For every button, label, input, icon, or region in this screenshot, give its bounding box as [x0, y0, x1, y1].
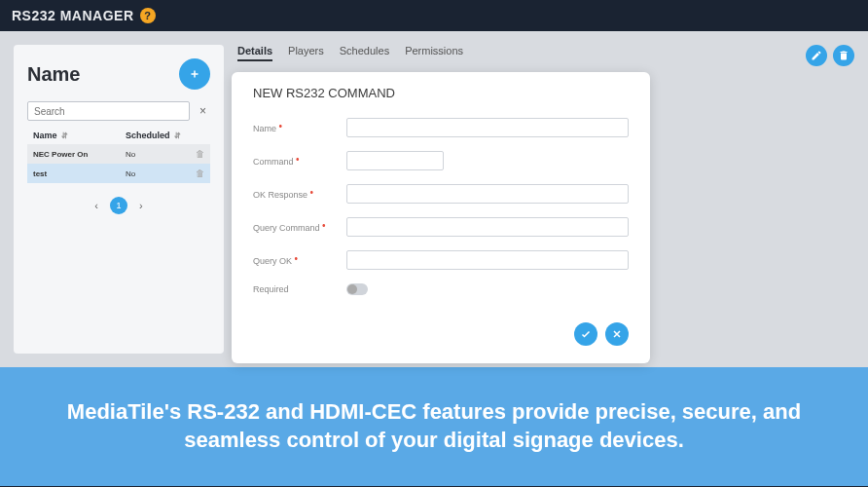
label-required: Required	[253, 284, 346, 294]
column-scheduled-label: Scheduled	[126, 131, 170, 140]
row-scheduled: No	[126, 150, 196, 159]
column-scheduled[interactable]: Scheduled ⇵	[126, 131, 181, 140]
add-button[interactable]	[179, 58, 210, 90]
input-command[interactable]	[346, 151, 444, 170]
new-command-modal: NEW RS232 COMMAND Name • Command • OK Re…	[232, 72, 650, 363]
delete-row-icon[interactable]: 🗑	[196, 149, 204, 159]
tab-permissions[interactable]: Permissions	[405, 45, 463, 61]
sort-icon: ⇵	[174, 131, 181, 140]
row-name: NEC Power On	[33, 150, 126, 159]
list-panel: Name × Name ⇵ Scheduled ⇵ NEC Power On N…	[14, 45, 224, 354]
next-page-icon[interactable]: ›	[135, 200, 147, 211]
page-number[interactable]: 1	[110, 197, 127, 214]
close-icon	[611, 328, 623, 340]
delete-button[interactable]	[833, 45, 854, 66]
form-row-name: Name •	[253, 118, 629, 137]
modal-actions	[253, 322, 629, 346]
delete-row-icon[interactable]: 🗑	[196, 169, 204, 178]
table-row[interactable]: NEC Power On No 🗑	[27, 144, 210, 164]
label-query-command: Query Command •	[253, 222, 346, 233]
input-query-command[interactable]	[346, 217, 629, 237]
search-input[interactable]	[27, 101, 190, 121]
form-row-ok-response: OK Response •	[253, 184, 629, 204]
edit-button[interactable]	[806, 45, 827, 66]
toggle-required[interactable]	[346, 283, 368, 295]
pagination: ‹ 1 ›	[27, 197, 210, 214]
sort-icon: ⇵	[61, 131, 68, 140]
workspace: Name × Name ⇵ Scheduled ⇵ NEC Power On N…	[0, 31, 868, 367]
table-row[interactable]: test No 🗑	[27, 164, 210, 183]
tab-players[interactable]: Players	[288, 45, 324, 61]
confirm-button[interactable]	[574, 322, 597, 346]
label-command: Command •	[253, 156, 346, 167]
modal-title: NEW RS232 COMMAND	[253, 86, 629, 100]
tab-details[interactable]: Details	[237, 45, 272, 61]
panel-actions	[806, 45, 854, 66]
tabs: Details Players Schedules Permissions	[237, 45, 854, 61]
clear-search-icon[interactable]: ×	[196, 104, 210, 118]
plus-icon	[189, 68, 200, 80]
form-row-command: Command •	[253, 151, 629, 170]
top-bar: RS232 MANAGER ?	[0, 0, 868, 31]
label-ok-response: OK Response •	[253, 189, 346, 200]
table-headers: Name ⇵ Scheduled ⇵	[27, 127, 210, 144]
form-row-query-command: Query Command •	[253, 217, 629, 237]
panel-header: Name	[27, 58, 210, 90]
help-icon[interactable]: ?	[140, 8, 156, 23]
banner-text: MediaTile's RS-232 and HDMI-CEC features…	[58, 398, 810, 454]
input-name[interactable]	[346, 118, 629, 137]
promo-banner: MediaTile's RS-232 and HDMI-CEC features…	[0, 367, 868, 486]
panel-title: Name	[27, 63, 80, 86]
cancel-button[interactable]	[605, 322, 629, 346]
trash-icon	[838, 50, 850, 61]
label-name: Name •	[253, 123, 346, 133]
form-row-required: Required	[253, 283, 629, 295]
input-query-ok[interactable]	[346, 250, 629, 270]
column-name-label: Name	[33, 131, 57, 140]
form-row-query-ok: Query OK •	[253, 250, 629, 270]
label-query-ok: Query OK •	[253, 255, 346, 266]
check-icon	[580, 328, 592, 340]
column-name[interactable]: Name ⇵	[33, 131, 126, 140]
tab-schedules[interactable]: Schedules	[340, 45, 389, 61]
app-title: RS232 MANAGER	[12, 8, 134, 23]
row-name: test	[33, 169, 126, 178]
pencil-icon	[811, 50, 822, 61]
search-row: ×	[27, 101, 210, 121]
row-scheduled: No	[126, 169, 196, 178]
input-ok-response[interactable]	[346, 184, 629, 204]
prev-page-icon[interactable]: ‹	[90, 200, 102, 211]
